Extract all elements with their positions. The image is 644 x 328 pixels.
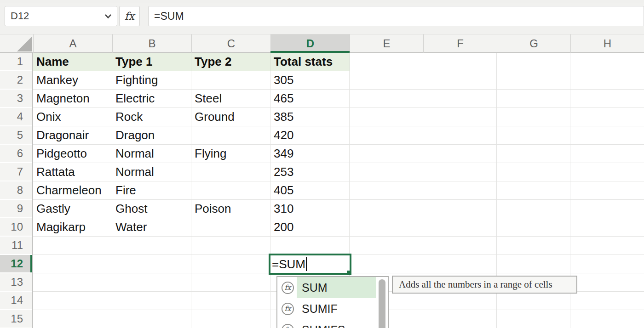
- column-header-d[interactable]: D: [270, 34, 350, 53]
- cell-A8[interactable]: Charmeleon: [33, 181, 112, 199]
- column-header-e[interactable]: E: [350, 34, 423, 53]
- fx-icon: fx: [125, 10, 134, 22]
- formula-bar-input[interactable]: =SUM: [148, 6, 644, 26]
- autocomplete-item-sumifs[interactable]: fx SUMIFS: [277, 319, 388, 328]
- cell-D6[interactable]: 349: [270, 145, 350, 163]
- cell-B6[interactable]: Normal: [112, 145, 191, 163]
- cell-A9[interactable]: Gastly: [33, 200, 112, 218]
- sheet-row-8: Charmeleon Fire 405: [33, 181, 350, 199]
- row-header-8[interactable]: 8: [0, 181, 32, 200]
- row-header-9[interactable]: 9: [0, 200, 32, 218]
- cell-C3[interactable]: Steel: [191, 90, 270, 107]
- chevron-down-icon[interactable]: [102, 14, 114, 19]
- scrollbar-thumb[interactable]: [379, 279, 385, 328]
- cell-B5[interactable]: Dragon: [112, 126, 191, 144]
- cell-B8[interactable]: Fire: [112, 181, 191, 199]
- cell-B9[interactable]: Ghost: [112, 200, 191, 218]
- autocomplete-item-sumif[interactable]: fx SUMIF: [277, 298, 388, 319]
- cell-C2[interactable]: [191, 71, 270, 89]
- active-cell-text: =SUM: [270, 257, 305, 271]
- cell-C9[interactable]: Poison: [191, 200, 270, 218]
- cell-D8[interactable]: 405: [270, 181, 350, 199]
- select-all-triangle-icon: [17, 37, 32, 51]
- fill-handle[interactable]: [347, 271, 351, 275]
- row-header-12[interactable]: 12: [0, 255, 32, 273]
- cell-A1[interactable]: Name: [33, 53, 112, 71]
- sheet-row-4: Onix Rock Ground 385: [33, 108, 350, 126]
- cell-A2[interactable]: Mankey: [33, 71, 112, 89]
- autocomplete-item-label: SUMIFS: [302, 323, 345, 328]
- row-header-10[interactable]: 10: [0, 218, 32, 237]
- row-header-1[interactable]: 1: [0, 53, 32, 71]
- cell-D2[interactable]: 305: [270, 71, 350, 89]
- column-header-c[interactable]: C: [191, 34, 270, 53]
- function-tooltip: Adds all the numbers in a range of cells: [392, 276, 577, 294]
- row-header-strip: 1 2 3 4 5 6 7 8 9 10 11 12 13 14 15: [0, 53, 33, 328]
- row-header-14[interactable]: 14: [0, 292, 32, 310]
- select-all-button[interactable]: [0, 34, 33, 53]
- sheet-row-1: Name Type 1 Type 2 Total stats: [33, 53, 350, 71]
- sheet-row-2: Mankey Fighting 305: [33, 71, 350, 89]
- column-header-g[interactable]: G: [497, 34, 570, 53]
- cell-C7[interactable]: [191, 163, 270, 181]
- autocomplete-item-label: SUMIF: [302, 302, 338, 316]
- row-header-2[interactable]: 2: [0, 71, 32, 90]
- row-header-7[interactable]: 7: [0, 163, 32, 181]
- row-header-5[interactable]: 5: [0, 126, 32, 145]
- cell-C4[interactable]: Ground: [191, 108, 270, 126]
- cell-D1[interactable]: Total stats: [270, 53, 350, 71]
- function-fx-icon: fx: [282, 303, 294, 315]
- column-header-a[interactable]: A: [33, 34, 112, 53]
- cell-A3[interactable]: Magneton: [33, 90, 112, 107]
- cell-D5[interactable]: 420: [270, 126, 350, 144]
- active-cell-d12[interactable]: =SUM: [269, 254, 351, 275]
- function-fx-icon: fx: [282, 282, 294, 294]
- cell-B1[interactable]: Type 1: [112, 53, 191, 71]
- row-header-15[interactable]: 15: [0, 310, 32, 328]
- autocomplete-dropdown: fx SUM fx SUMIF fx SUMIFS: [276, 276, 389, 328]
- row-header-3[interactable]: 3: [0, 90, 32, 108]
- column-header-h[interactable]: H: [570, 34, 644, 53]
- cell-B10[interactable]: Water: [112, 218, 191, 236]
- sheet-row-5: Dragonair Dragon 420: [33, 126, 350, 144]
- row-header-11[interactable]: 11: [0, 237, 32, 255]
- column-header-b[interactable]: B: [112, 34, 191, 53]
- cell-A4[interactable]: Onix: [33, 108, 112, 126]
- cell-D9[interactable]: 310: [270, 200, 350, 218]
- autocomplete-item-sum[interactable]: fx SUM: [277, 277, 388, 298]
- autocomplete-item-label: SUM: [302, 281, 328, 294]
- column-header-f[interactable]: F: [423, 34, 497, 53]
- cell-C5[interactable]: [191, 126, 270, 144]
- row-header-6[interactable]: 6: [0, 145, 32, 163]
- top-divider: [0, 0, 644, 3]
- sheet-row-6: Pidgeotto Normal Flying 349: [33, 145, 350, 163]
- cell-C10[interactable]: [191, 218, 270, 236]
- cell-D3[interactable]: 465: [270, 90, 350, 107]
- row-header-4[interactable]: 4: [0, 108, 32, 126]
- cell-C1[interactable]: Type 2: [191, 53, 270, 71]
- cell-A6[interactable]: Pidgeotto: [33, 145, 112, 163]
- sheet-row-9: Gastly Ghost Poison 310: [33, 200, 350, 218]
- row-header-13[interactable]: 13: [0, 273, 32, 292]
- cell-C6[interactable]: Flying: [191, 145, 270, 163]
- cell-A7[interactable]: Rattata: [33, 163, 112, 181]
- text-cursor: [306, 257, 307, 271]
- cell-C8[interactable]: [191, 181, 270, 199]
- insert-function-button[interactable]: fx: [119, 6, 140, 26]
- name-box[interactable]: D12: [5, 6, 117, 26]
- cell-B2[interactable]: Fighting: [112, 71, 191, 89]
- cell-D7[interactable]: 253: [270, 163, 350, 181]
- cell-A10[interactable]: Magikarp: [33, 218, 112, 236]
- cell-A5[interactable]: Dragonair: [33, 126, 112, 144]
- name-box-value: D12: [5, 10, 102, 22]
- sheet-row-3: Magneton Electric Steel 465: [33, 90, 350, 107]
- column-header-strip: A B C D E F G H: [0, 34, 644, 53]
- formula-bar-area: D12 fx =SUM: [0, 0, 644, 34]
- cell-D4[interactable]: 385: [270, 108, 350, 126]
- cell-B4[interactable]: Rock: [112, 108, 191, 126]
- cell-B7[interactable]: Normal: [112, 163, 191, 181]
- formula-text: =SUM: [149, 10, 184, 23]
- cell-B3[interactable]: Electric: [112, 90, 191, 107]
- cell-D10[interactable]: 200: [270, 218, 350, 236]
- sheet-row-7: Rattata Normal 253: [33, 163, 350, 181]
